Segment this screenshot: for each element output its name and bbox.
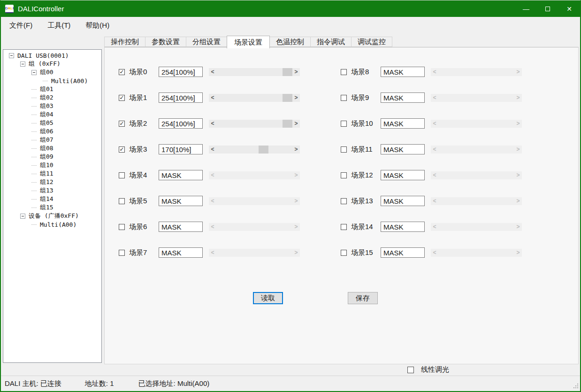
- menu-file[interactable]: 文件(F): [5, 19, 37, 32]
- scene-value-input[interactable]: [381, 222, 425, 232]
- tree-item[interactable]: 组14: [3, 195, 101, 203]
- tree-item-label: 设备 (广播0xFF): [29, 212, 79, 220]
- slider-left-arrow-icon[interactable]: <: [209, 120, 216, 128]
- slider-right-arrow-icon[interactable]: >: [292, 94, 300, 102]
- tree-collapse-icon[interactable]: [31, 70, 37, 75]
- slider-right-arrow-icon[interactable]: >: [292, 68, 300, 76]
- scene-slider[interactable]: <>: [209, 94, 300, 102]
- scene-value-input[interactable]: [381, 247, 425, 258]
- tab-parameter-settings[interactable]: 参数设置: [145, 37, 186, 47]
- scene-checkbox[interactable]: [341, 95, 347, 101]
- tab-operation-control[interactable]: 操作控制: [104, 37, 145, 47]
- tab-debug-monitor[interactable]: 调试监控: [351, 37, 392, 47]
- tree-item[interactable]: 组05: [3, 119, 101, 127]
- scene-value-input[interactable]: [159, 92, 203, 103]
- scene-checkbox[interactable]: [341, 172, 347, 178]
- scene-row: ✓场景3<>: [119, 144, 300, 155]
- maximize-button[interactable]: [537, 0, 558, 17]
- scene-checkbox[interactable]: ✓: [119, 69, 125, 75]
- scene-row: ✓场景2<>: [119, 118, 300, 129]
- scene-slider[interactable]: <>: [209, 120, 300, 128]
- scene-checkbox[interactable]: ✓: [119, 146, 125, 153]
- tree-item[interactable]: 组13: [3, 186, 101, 195]
- resize-grip[interactable]: [573, 383, 579, 389]
- tree-item[interactable]: 组04: [3, 110, 101, 119]
- app-logo-icon: DALI: [5, 5, 14, 13]
- scene-checkbox[interactable]: [341, 198, 347, 204]
- slider-thumb[interactable]: [283, 68, 292, 76]
- scene-checkbox[interactable]: [119, 172, 125, 178]
- tree-item[interactable]: 组15: [3, 203, 101, 212]
- scene-row: 场景14<>: [341, 221, 522, 232]
- tree-item[interactable]: 组10: [3, 161, 101, 169]
- tree-collapse-icon[interactable]: [20, 214, 25, 219]
- scene-value-input[interactable]: [159, 170, 203, 180]
- tree-item[interactable]: 组12: [3, 178, 101, 186]
- slider-left-arrow-icon[interactable]: <: [209, 146, 216, 154]
- minimize-button[interactable]: —: [515, 0, 537, 17]
- scene-value-input[interactable]: [381, 144, 425, 154]
- scene-label: 场景10: [351, 119, 381, 128]
- tree-item[interactable]: 组06: [3, 127, 101, 136]
- scene-value-input[interactable]: [159, 196, 203, 206]
- tree-item[interactable]: 组08: [3, 144, 101, 153]
- close-button[interactable]: ✕: [558, 0, 580, 17]
- scene-value-input[interactable]: [159, 67, 203, 77]
- tree-item[interactable]: 组03: [3, 102, 101, 110]
- tree-collapse-icon[interactable]: [9, 53, 14, 58]
- scene-checkbox[interactable]: ✓: [119, 121, 125, 127]
- tree-item[interactable]: 组02: [3, 93, 101, 102]
- tree-item[interactable]: 设备 (广播0xFF): [3, 212, 101, 220]
- read-button[interactable]: 读取: [253, 292, 283, 304]
- scene-value-input[interactable]: [159, 118, 203, 129]
- tab-scene-settings[interactable]: 场景设置: [227, 36, 270, 48]
- scene-value-input[interactable]: [381, 118, 425, 129]
- slider-left-arrow-icon[interactable]: <: [209, 68, 216, 76]
- linear-dimming-checkbox[interactable]: [407, 367, 414, 373]
- scene-value-input[interactable]: [381, 170, 425, 180]
- tree-item[interactable]: 组09: [3, 153, 101, 161]
- tree-item[interactable]: DALI USB(0001): [3, 51, 101, 60]
- tab-command-debug[interactable]: 指令调试: [310, 37, 352, 47]
- menu-tools[interactable]: 工具(T): [43, 19, 75, 32]
- scene-label: 场景2: [129, 119, 159, 128]
- scene-value-input[interactable]: [381, 92, 425, 103]
- scene-value-input[interactable]: [159, 247, 203, 258]
- tab-color-temp-control[interactable]: 色温控制: [269, 37, 311, 47]
- scene-checkbox[interactable]: [341, 69, 347, 75]
- tree-branch-line: [31, 115, 37, 115]
- scene-slider[interactable]: <>: [209, 68, 300, 76]
- slider-thumb[interactable]: [283, 94, 292, 102]
- scene-checkbox[interactable]: ✓: [119, 95, 125, 101]
- tree-item[interactable]: Multi(A00): [3, 220, 101, 229]
- tree-item[interactable]: 组00: [3, 68, 101, 77]
- scene-value-input[interactable]: [381, 196, 425, 206]
- tree-collapse-icon[interactable]: [20, 61, 25, 67]
- tree-branch-line: [31, 140, 37, 140]
- scene-value-input[interactable]: [159, 222, 203, 232]
- tree-item[interactable]: Multi(A00): [3, 77, 101, 85]
- scene-checkbox[interactable]: [119, 198, 125, 204]
- save-button[interactable]: 保存: [348, 292, 378, 304]
- tree-item[interactable]: 组 (0xFF): [3, 60, 101, 68]
- scene-slider[interactable]: <>: [209, 146, 300, 154]
- scene-checkbox[interactable]: [119, 250, 125, 256]
- scene-checkbox[interactable]: [341, 121, 347, 127]
- scene-checkbox[interactable]: [119, 224, 125, 230]
- scene-value-input[interactable]: [381, 67, 425, 77]
- slider-right-arrow-icon[interactable]: >: [292, 120, 300, 128]
- menu-help[interactable]: 帮助(H): [81, 19, 114, 32]
- slider-thumb[interactable]: [259, 146, 268, 154]
- scene-row: 场景8<>: [341, 66, 522, 77]
- scene-checkbox[interactable]: [341, 224, 347, 230]
- slider-right-arrow-icon[interactable]: >: [292, 146, 300, 154]
- tab-group-settings[interactable]: 分组设置: [186, 37, 227, 47]
- tree-item[interactable]: 组11: [3, 169, 101, 178]
- tree-item[interactable]: 组01: [3, 85, 101, 93]
- slider-thumb[interactable]: [283, 120, 292, 128]
- scene-checkbox[interactable]: [341, 250, 347, 256]
- tree-item[interactable]: 组07: [3, 136, 101, 144]
- slider-left-arrow-icon[interactable]: <: [209, 94, 216, 102]
- scene-value-input[interactable]: [159, 144, 203, 154]
- scene-checkbox[interactable]: [341, 146, 347, 153]
